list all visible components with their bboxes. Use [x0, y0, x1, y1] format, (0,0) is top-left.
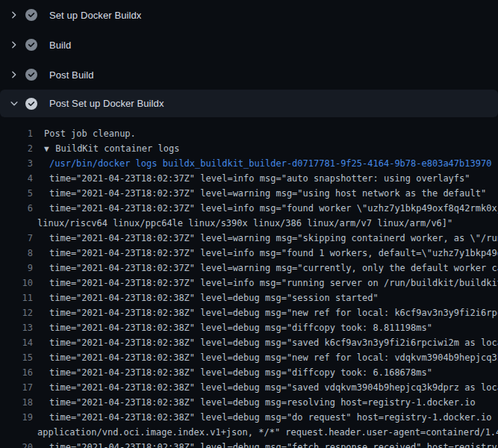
log-text: time="2021-04-23T18:02:38Z" level=debug … [49, 305, 498, 320]
log-text: ▼ BuildKit container logs [44, 141, 179, 156]
step-title: Post Build [49, 69, 94, 81]
log-line: 14time="2021-04-23T18:02:38Z" level=debu… [0, 335, 498, 350]
chevron-down-icon [9, 99, 19, 109]
log-text: Post job cleanup. [44, 126, 136, 141]
log-line-number[interactable]: 2 [0, 141, 33, 156]
log-line-number[interactable]: 1 [0, 126, 33, 141]
log-group-collapse-icon[interactable]: ▼ [44, 144, 54, 154]
log-line-number [0, 425, 33, 440]
log-line: 17time="2021-04-23T18:02:38Z" level=debu… [0, 380, 498, 395]
log-group-title[interactable]: BuildKit container logs [55, 143, 179, 154]
check-circle-icon [25, 69, 37, 81]
log-line-number[interactable]: 8 [0, 246, 33, 261]
log-viewer: 1Post job cleanup.2▼ BuildKit container … [0, 117, 498, 448]
log-text: time="2021-04-23T18:02:37Z" level=warnin… [49, 231, 498, 246]
step-row-set-up-docker-buildx[interactable]: Set up Docker Buildx [0, 0, 498, 30]
log-line: 1Post job cleanup. [0, 126, 498, 141]
log-line: 18time="2021-04-23T18:02:38Z" level=debu… [0, 395, 498, 410]
check-circle-icon [25, 98, 37, 110]
log-command-text: /usr/bin/docker logs buildx_buildkit_bui… [49, 156, 491, 171]
step-title: Build [49, 40, 71, 51]
log-line: 3/usr/bin/docker logs buildx_buildkit_bu… [0, 156, 498, 171]
log-text: time="2021-04-23T18:02:38Z" level=debug … [49, 320, 432, 335]
log-line-number[interactable]: 6 [0, 201, 33, 216]
log-line: 5time="2021-04-23T18:02:37Z" level=warni… [0, 186, 498, 201]
log-line-number[interactable]: 3 [0, 156, 33, 171]
log-line-number[interactable]: 14 [0, 335, 33, 350]
log-text: time="2021-04-23T18:02:38Z" level=debug … [49, 335, 498, 350]
log-line-number[interactable]: 17 [0, 380, 33, 395]
log-text: time="2021-04-23T18:02:38Z" level=debug … [49, 290, 379, 305]
log-line-number[interactable]: 11 [0, 290, 33, 305]
steps-list: Set up Docker Buildx Build Post Build Po… [0, 0, 498, 117]
check-circle-icon [25, 9, 37, 21]
log-text: application/vnd.oci.image.index.v1+json,… [37, 425, 498, 440]
log-line-number[interactable]: 19 [0, 410, 33, 425]
log-line-number[interactable]: 4 [0, 171, 33, 186]
log-line-number[interactable]: 15 [0, 350, 33, 365]
log-line: 11time="2021-04-23T18:02:38Z" level=debu… [0, 290, 498, 305]
log-line-number[interactable]: 18 [0, 395, 33, 410]
log-line-number[interactable]: 9 [0, 261, 33, 276]
log-line: 9time="2021-04-23T18:02:37Z" level=warni… [0, 261, 498, 276]
chevron-right-icon [9, 10, 19, 20]
log-text: time="2021-04-23T18:02:38Z" level=debug … [49, 440, 498, 448]
log-line: 2▼ BuildKit container logs [0, 141, 498, 156]
log-line: 4time="2021-04-23T18:02:37Z" level=info … [0, 171, 498, 186]
log-line-continuation: linux/riscv64 linux/ppc64le linux/s390x … [0, 216, 498, 231]
step-row-build[interactable]: Build [0, 30, 498, 60]
log-line: 19time="2021-04-23T18:02:38Z" level=debu… [0, 410, 498, 425]
log-text: linux/riscv64 linux/ppc64le linux/s390x … [37, 216, 452, 231]
log-line-number[interactable]: 5 [0, 186, 33, 201]
step-title: Set up Docker Buildx [49, 10, 141, 21]
log-line-number[interactable]: 20 [0, 440, 33, 448]
log-text: time="2021-04-23T18:02:37Z" level=info m… [49, 276, 498, 290]
log-text: time="2021-04-23T18:02:37Z" level=info m… [49, 246, 498, 261]
log-line-number[interactable]: 16 [0, 365, 33, 380]
log-text: time="2021-04-23T18:02:37Z" level=info m… [49, 171, 470, 186]
log-text: time="2021-04-23T18:02:38Z" level=debug … [49, 350, 498, 365]
log-text: time="2021-04-23T18:02:38Z" level=debug … [49, 380, 498, 395]
log-line: 6time="2021-04-23T18:02:37Z" level=info … [0, 201, 498, 216]
log-line: 16time="2021-04-23T18:02:38Z" level=debu… [0, 365, 498, 380]
log-line-number[interactable]: 13 [0, 320, 33, 335]
log-text: time="2021-04-23T18:02:37Z" level=warnin… [49, 261, 498, 276]
step-title: Post Set up Docker Buildx [49, 98, 164, 109]
log-line-number[interactable]: 12 [0, 305, 33, 320]
log-text: time="2021-04-23T18:02:37Z" level=warnin… [49, 186, 486, 201]
log-line-number[interactable]: 7 [0, 231, 33, 246]
log-line: 20time="2021-04-23T18:02:38Z" level=debu… [0, 440, 498, 448]
log-line: 15time="2021-04-23T18:02:38Z" level=debu… [0, 350, 498, 365]
log-line-number [0, 216, 33, 231]
log-text: time="2021-04-23T18:02:38Z" level=debug … [49, 365, 432, 380]
check-circle-icon [25, 39, 37, 51]
step-row-post-build[interactable]: Post Build [0, 60, 498, 90]
step-row-post-set-up-docker-buildx[interactable]: Post Set up Docker Buildx [0, 90, 498, 117]
chevron-right-icon [9, 69, 19, 80]
log-line-continuation: application/vnd.oci.image.index.v1+json,… [0, 425, 498, 440]
log-line: 7time="2021-04-23T18:02:37Z" level=warni… [0, 231, 498, 246]
log-text: time="2021-04-23T18:02:37Z" level=info m… [49, 201, 498, 216]
log-text: time="2021-04-23T18:02:38Z" level=debug … [49, 410, 498, 425]
log-line: 8time="2021-04-23T18:02:37Z" level=info … [0, 246, 498, 261]
log-text: time="2021-04-23T18:02:38Z" level=debug … [49, 395, 476, 410]
log-line: 10time="2021-04-23T18:02:37Z" level=info… [0, 276, 498, 290]
log-line: 13time="2021-04-23T18:02:38Z" level=debu… [0, 320, 498, 335]
log-line-number[interactable]: 10 [0, 276, 33, 290]
chevron-right-icon [9, 40, 19, 50]
log-line: 12time="2021-04-23T18:02:38Z" level=debu… [0, 305, 498, 320]
